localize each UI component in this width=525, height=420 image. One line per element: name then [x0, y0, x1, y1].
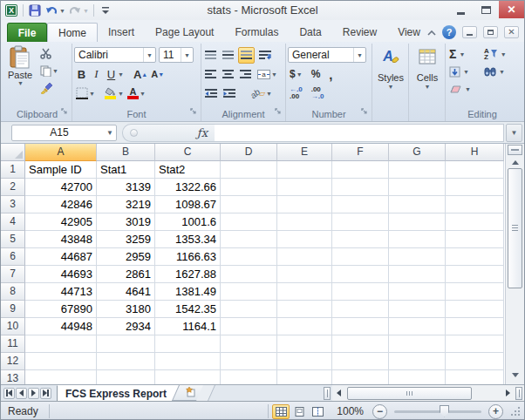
fill-color-button[interactable]: ▼ — [103, 85, 126, 102]
increase-indent-button[interactable] — [222, 85, 237, 102]
cell-A7[interactable]: 44693 — [25, 266, 97, 283]
minimize-button[interactable] — [448, 1, 474, 18]
font-size-combo[interactable]: 11▼ — [159, 47, 194, 63]
cell-C8[interactable]: 1381.49 — [155, 283, 221, 301]
expand-formula-bar-button[interactable]: ▼ — [506, 124, 522, 142]
alignment-dialog-launcher[interactable] — [275, 106, 283, 119]
cell-C2[interactable]: 1322.66 — [155, 179, 221, 196]
zoom-level[interactable]: 100% — [337, 405, 364, 417]
number-format-combo[interactable]: General▼ — [288, 47, 366, 63]
row-header-8[interactable]: 8 — [1, 283, 25, 301]
cell-H9[interactable] — [446, 301, 504, 318]
row-header-1[interactable]: 1 — [1, 161, 25, 179]
previous-sheet-button[interactable] — [16, 388, 27, 399]
cell-A2[interactable]: 42700 — [25, 179, 97, 196]
cell-C3[interactable]: 1098.67 — [155, 196, 221, 213]
cell-F13[interactable] — [332, 370, 389, 384]
row-header-6[interactable]: 6 — [1, 248, 25, 266]
increase-decimal-button[interactable]: ←.0.00 — [288, 85, 304, 102]
middle-align-button[interactable] — [221, 47, 235, 64]
help-button[interactable]: ? — [442, 25, 456, 39]
styles-button[interactable]: A Styles ▼ — [374, 45, 407, 90]
bottom-align-button[interactable] — [238, 47, 255, 64]
row-header-13[interactable]: 13 — [1, 370, 25, 384]
select-all-corner[interactable] — [1, 144, 25, 161]
scroll-up-arrow[interactable] — [506, 156, 524, 168]
cell-D12[interactable] — [221, 353, 277, 370]
accounting-format-button[interactable]: $▼ — [288, 66, 304, 83]
cell-C10[interactable]: 1164.1 — [155, 318, 221, 335]
tab-file[interactable]: File — [7, 23, 47, 42]
cell-E9[interactable] — [277, 301, 332, 318]
cell-F12[interactable] — [332, 353, 389, 370]
cell-G12[interactable] — [389, 353, 446, 370]
grow-font-button[interactable]: A▲ — [132, 66, 149, 83]
cell-F9[interactable] — [332, 301, 389, 318]
cell-B13[interactable] — [97, 370, 155, 384]
cell-H1[interactable] — [446, 161, 504, 179]
cell-E3[interactable] — [277, 196, 332, 213]
cell-G13[interactable] — [389, 370, 446, 384]
row-header-12[interactable]: 12 — [1, 353, 25, 370]
cell-B10[interactable]: 2934 — [97, 318, 155, 335]
cell-G7[interactable] — [389, 266, 446, 283]
horizontal-scroll-thumb[interactable] — [347, 387, 472, 400]
decrease-decimal-button[interactable]: .00→.0 — [310, 85, 326, 102]
center-button[interactable] — [221, 66, 235, 83]
cell-E12[interactable] — [277, 353, 332, 370]
tab-formulas[interactable]: Formulas — [224, 23, 289, 42]
cell-F4[interactable] — [332, 213, 389, 231]
column-header-H[interactable]: H — [446, 144, 504, 161]
cell-G11[interactable] — [389, 335, 446, 353]
row-header-10[interactable]: 10 — [1, 318, 25, 335]
cell-B5[interactable]: 3259 — [97, 231, 155, 248]
collapse-ribbon-icon[interactable] — [427, 24, 436, 40]
tab-page-layout[interactable]: Page Layout — [145, 23, 224, 42]
cell-B11[interactable] — [97, 335, 155, 353]
column-header-D[interactable]: D — [221, 144, 277, 161]
cell-H7[interactable] — [446, 266, 504, 283]
cell-G1[interactable] — [389, 161, 446, 179]
cell-B7[interactable]: 2861 — [97, 266, 155, 283]
cell-C7[interactable]: 1627.88 — [155, 266, 221, 283]
fill-button[interactable] — [447, 64, 462, 80]
cell-B4[interactable]: 3019 — [97, 213, 155, 231]
cell-H6[interactable] — [446, 248, 504, 266]
cut-button[interactable] — [38, 45, 60, 61]
cell-A5[interactable]: 43848 — [25, 231, 97, 248]
cell-H8[interactable] — [446, 283, 504, 301]
name-box-dropdown-icon[interactable]: ▼ — [106, 129, 116, 137]
row-header-4[interactable]: 4 — [1, 213, 25, 231]
cell-B3[interactable]: 3219 — [97, 196, 155, 213]
cell-G9[interactable] — [389, 301, 446, 318]
tab-data[interactable]: Data — [289, 23, 331, 42]
borders-button[interactable]: ▼ — [74, 85, 97, 102]
font-color-button[interactable]: A▼ — [126, 85, 147, 102]
cell-E7[interactable] — [277, 266, 332, 283]
align-left-button[interactable] — [203, 66, 218, 83]
column-header-A[interactable]: A — [25, 144, 97, 161]
cell-A3[interactable]: 42846 — [25, 196, 97, 213]
cell-B1[interactable]: Stat1 — [97, 161, 155, 179]
cell-D13[interactable] — [221, 370, 277, 384]
tab-insert[interactable]: Insert — [98, 23, 145, 42]
clear-button[interactable] — [447, 81, 464, 98]
workbook-minimize-button[interactable] — [462, 26, 477, 38]
cell-F8[interactable] — [332, 283, 389, 301]
autosum-button[interactable]: Σ — [447, 46, 458, 63]
cell-D4[interactable] — [221, 213, 277, 231]
percent-style-button[interactable]: % — [310, 66, 323, 83]
row-header-7[interactable]: 7 — [1, 266, 25, 283]
cell-E8[interactable] — [277, 283, 332, 301]
merge-center-button[interactable]: a▼ — [256, 66, 279, 83]
cell-F1[interactable] — [332, 161, 389, 179]
cell-D2[interactable] — [221, 179, 277, 196]
cell-A9[interactable]: 67890 — [25, 301, 97, 318]
cell-H10[interactable] — [446, 318, 504, 335]
cell-C13[interactable] — [155, 370, 221, 384]
cell-G5[interactable] — [389, 231, 446, 248]
scroll-left-arrow[interactable] — [332, 390, 344, 396]
zoom-out-button[interactable]: − — [372, 404, 387, 419]
cell-C11[interactable] — [155, 335, 221, 353]
cell-D9[interactable] — [221, 301, 277, 318]
